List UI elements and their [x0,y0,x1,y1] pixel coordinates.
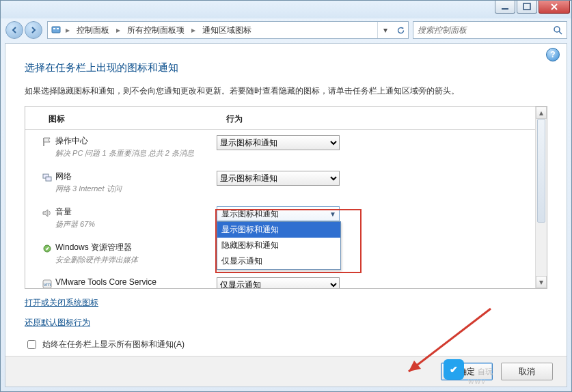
row-subtitle: 网络 3 Internet 访问 [55,184,217,194]
list-row: 网络 网络 3 Internet 访问 显示图标和通知 [39,165,522,201]
row-title: 操作中心 [55,135,217,147]
svg-rect-1 [523,3,530,10]
network-icon [39,171,55,183]
breadcrumb-seg-1[interactable]: 控制面板 [71,22,115,38]
svg-rect-0 [502,8,508,10]
page-title: 选择在任务栏上出现的图标和通知 [25,61,547,74]
behavior-combo[interactable]: 显示图标和通知 [217,135,340,150]
list-row: 操作中心 解决 PC 问题 1 条重要消息 总共 2 条消息 显示图标和通知 [39,130,522,165]
search-box[interactable] [413,21,567,39]
page-description: 如果选择隐藏图标和通知，则不会向您通知更改和更新。若要随时查看隐藏的图标，请单击… [25,84,547,98]
address-bar[interactable]: ▸ 控制面板 ▸ 所有控制面板项 ▸ 通知区域图标 ▾ [47,21,409,39]
svg-line-6 [559,31,562,34]
search-input[interactable] [413,25,549,35]
window-controls [493,1,570,14]
row-subtitle: 扬声器 67% [55,219,217,229]
combo-option[interactable]: 仅显示通知 [217,253,340,269]
chevron-right-icon: ▸ [115,25,122,35]
watermark-sub: WWV [468,378,486,385]
combo-option[interactable]: 显示图标和通知 [217,222,340,238]
row-title: 音量 [55,206,217,218]
icons-list-box: 图标 行为 操作中心 解决 PC 问题 1 条重要消息 总共 2 条消息 [25,106,547,289]
minimize-button[interactable] [495,1,515,14]
always-show-checkbox[interactable] [27,340,36,349]
watermark-text: 自玩 [478,367,493,377]
address-tools: ▾ [377,22,408,38]
maximize-button[interactable] [517,1,537,14]
combo-dropdown: 显示图标和通知 隐藏图标和通知 仅显示通知 [217,221,341,270]
list-body: 操作中心 解决 PC 问题 1 条重要消息 总共 2 条消息 显示图标和通知 [25,130,536,288]
behavior-combo[interactable]: 显示图标和通知 [217,171,340,186]
scrollbar[interactable]: ▴ ▾ [535,107,547,288]
history-dropdown-button[interactable]: ▾ [378,22,393,38]
always-show-row: 始终在任务栏上显示所有图标和通知(A) [25,338,547,351]
svg-rect-8 [46,177,51,181]
row-title: Windows 资源管理器 [55,242,217,253]
col-header-behavior: 行为 [226,113,533,125]
chevron-down-icon: ▼ [329,210,336,218]
refresh-button[interactable] [393,22,408,38]
scroll-down-button[interactable]: ▾ [536,276,547,288]
search-icon[interactable] [549,22,567,38]
breadcrumb-seg-2[interactable]: 所有控制面板项 [122,22,190,38]
control-panel-icon [51,25,62,36]
back-button[interactable] [5,21,23,39]
combo-option[interactable]: 隐藏图标和通知 [217,238,340,253]
nav-back-forward [5,20,43,40]
chevron-right-icon: ▸ [64,25,71,35]
vmware-icon: vm [39,277,55,288]
svg-rect-4 [57,28,59,29]
usb-icon [39,242,55,254]
link-restore-defaults[interactable]: 还原默认图标行为 [25,317,90,328]
list-row: vm VMware Tools Core Service VMware Tool… [39,272,522,288]
svg-rect-2 [52,27,60,33]
nav-row: ▸ 控制面板 ▸ 所有控制面板项 ▸ 通知区域图标 ▾ [1,18,571,42]
chevron-right-icon: ▸ [190,25,197,35]
window-root: ▸ 控制面板 ▸ 所有控制面板项 ▸ 通知区域图标 ▾ ? 选择在任务栏上出现的 [0,0,572,392]
behavior-combo[interactable]: 仅显示通知 [217,277,340,288]
list-header: 图标 行为 [25,107,547,130]
behavior-combo-open[interactable]: 显示图标和通知 ▼ 显示图标和通知 隐藏图标和通知 仅显示通知 [217,206,342,221]
row-title: VMware Tools Core Service [55,277,217,287]
svg-text:vm: vm [44,281,51,288]
speaker-icon [39,206,55,219]
help-button[interactable]: ? [546,48,560,61]
row-subtitle: 安全删除硬件并弹出媒体 [55,255,217,265]
always-show-label: 始终在任务栏上显示所有图标和通知(A) [42,339,185,350]
cancel-button[interactable]: 取消 [501,363,553,380]
content-panel: ? 选择在任务栏上出现的图标和通知 如果选择隐藏图标和通知，则不会向您通知更改和… [5,43,567,387]
list-row: 音量 扬声器 67% 显示图标和通知 ▼ 显示图标和通知 [39,201,522,236]
titlebar [1,1,571,18]
flag-icon [39,135,55,148]
scroll-up-button[interactable]: ▴ [536,107,547,119]
svg-rect-3 [53,28,55,29]
watermark-badge: ✔ [444,359,464,380]
combo-button[interactable]: 显示图标和通知 ▼ [217,206,340,221]
link-system-icons[interactable]: 打开或关闭系统图标 [25,297,98,309]
breadcrumb-seg-3[interactable]: 通知区域图标 [197,22,257,38]
svg-point-5 [554,27,560,32]
forward-button[interactable] [25,21,42,39]
close-button[interactable] [539,1,570,14]
row-title: 网络 [55,171,217,182]
row-subtitle: 解决 PC 问题 1 条重要消息 总共 2 条消息 [55,148,217,158]
combo-value: 显示图标和通知 [221,208,279,220]
col-header-icon: 图标 [49,113,226,125]
scroll-thumb[interactable] [537,119,545,223]
